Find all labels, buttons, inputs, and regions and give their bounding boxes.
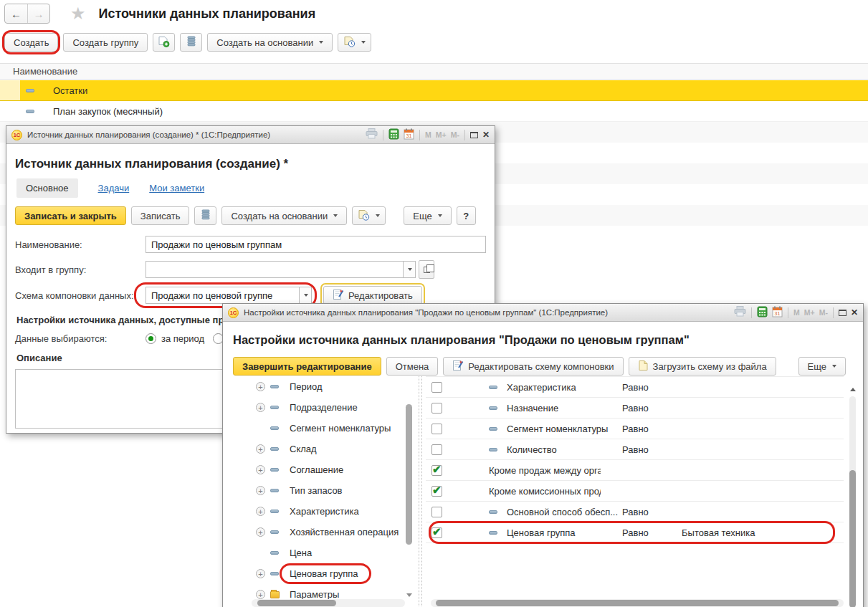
tab[interactable]: Задачи [98, 183, 130, 193]
edit-composition-schema-button[interactable]: Редактировать схему компоновки [443, 357, 623, 376]
scroll-up-arrow[interactable] [850, 388, 856, 391]
close-icon[interactable]: ✕ [851, 307, 858, 317]
tree-item[interactable]: Тип запасов [229, 480, 405, 501]
checkbox[interactable] [431, 527, 442, 538]
save-and-close-button[interactable]: Записать и закрыть [15, 206, 126, 225]
tree-vertical-scrollbar [404, 376, 414, 599]
back-button[interactable]: ← [5, 4, 27, 23]
filter-row[interactable]: Кроме продаж между организациями [426, 460, 844, 481]
create-group-label: Создать группу [72, 37, 138, 48]
tab[interactable]: Мои заметки [149, 183, 204, 193]
maximize-icon[interactable] [839, 310, 846, 316]
load-schema-from-file-button[interactable]: Загрузить схему из файла [629, 357, 776, 376]
checkbox[interactable] [431, 507, 442, 517]
create-based-on-button[interactable]: Создать на основании [207, 33, 333, 52]
dialog1-heading: Источник данных планирования (создание) … [15, 157, 486, 171]
scrollbar-thumb[interactable] [436, 600, 839, 606]
tree-item[interactable]: Ценовая группа [229, 563, 405, 584]
dash-icon [270, 426, 279, 430]
filter-value: Бытовая техника [682, 527, 755, 538]
filters-vertical-scrollbar [848, 376, 857, 607]
forward-button[interactable]: → [27, 4, 49, 23]
maximize-icon[interactable] [470, 132, 478, 138]
list-settings-button[interactable] [194, 206, 216, 225]
group-field[interactable] [146, 261, 416, 278]
checkbox[interactable] [431, 382, 442, 393]
expand-plus-icon[interactable] [256, 590, 265, 599]
tree-item[interactable]: Подразделение [229, 397, 405, 418]
copy-item-button[interactable] [153, 33, 175, 52]
filter-row[interactable]: Основной способ обесп... Равно [426, 502, 844, 522]
checkbox[interactable] [431, 424, 442, 434]
table-row[interactable]: Остатки [0, 80, 868, 101]
dash-icon [489, 427, 497, 431]
filter-condition: Равно [622, 424, 649, 434]
filter-row[interactable]: Сегмент номенклатуры Равно [426, 419, 844, 439]
open-list-button[interactable] [419, 260, 434, 279]
expand-plus-icon[interactable] [256, 507, 265, 516]
filter-row[interactable]: Количество Равно [426, 439, 844, 460]
checkbox[interactable] [431, 486, 442, 497]
dropdown-button[interactable] [299, 287, 311, 303]
history-menu-button[interactable] [352, 206, 386, 225]
dropdown-button[interactable] [403, 262, 415, 277]
create-based-on-button[interactable]: Создать на основании [221, 206, 347, 225]
tab[interactable]: Основное [16, 178, 78, 198]
tree-item[interactable]: Параметры [229, 584, 405, 599]
tree-item[interactable]: Характеристика [229, 501, 405, 522]
expand-plus-icon[interactable] [256, 465, 265, 474]
radio-period[interactable] [146, 333, 156, 344]
history-menu-button[interactable] [338, 33, 371, 52]
save-button[interactable]: Записать [131, 206, 190, 225]
edit-schema-button[interactable]: Редактировать [323, 286, 422, 305]
filter-label: Кроме комиссионных продаж [489, 486, 601, 497]
calendar-icon[interactable]: 31 [404, 128, 414, 142]
list-column-header[interactable]: Наименование [0, 63, 868, 80]
tree-item[interactable]: Сегмент номенклатуры [229, 418, 405, 439]
expand-plus-icon[interactable] [256, 527, 265, 537]
finish-editing-button[interactable]: Завершить редактирование [233, 357, 381, 376]
tree-item[interactable]: Цена [229, 543, 405, 563]
filter-row[interactable]: Назначение Равно [426, 398, 844, 419]
edit-wand-icon [452, 360, 464, 373]
tree-item[interactable]: Период [229, 376, 405, 397]
expand-plus-icon[interactable] [256, 382, 265, 391]
favorite-star-icon[interactable]: ★ [70, 5, 86, 22]
scroll-down-arrow[interactable] [406, 593, 412, 597]
tree-item[interactable]: Склад [229, 439, 405, 459]
create-button[interactable]: Создать [4, 33, 58, 52]
tree-item[interactable]: Соглашение [229, 459, 405, 480]
scrollbar-thumb[interactable] [257, 600, 336, 606]
expand-plus-icon[interactable] [256, 403, 265, 412]
name-field[interactable]: Продажи по ценовым группам [146, 236, 486, 253]
calendar-icon[interactable]: 31 [772, 306, 783, 320]
expand-plus-icon[interactable] [256, 444, 265, 454]
table-row[interactable]: План закупок (месячный) [0, 101, 868, 122]
help-button[interactable]: ? [457, 206, 476, 225]
more-button[interactable]: Еще [798, 357, 846, 376]
calculator-icon[interactable] [757, 306, 768, 320]
scrollbar-thumb[interactable] [849, 470, 856, 607]
save-and-close-label: Записать и закрыть [24, 211, 117, 221]
close-icon[interactable]: ✕ [482, 130, 490, 140]
tree-item-label: Характеристика [290, 506, 359, 517]
1c-app-icon: 1С [11, 130, 22, 140]
tree-item[interactable]: Хозяйственная операция [229, 522, 405, 543]
expand-plus-icon[interactable] [256, 569, 265, 578]
expand-plus-icon[interactable] [256, 486, 265, 495]
create-group-button[interactable]: Создать группу [63, 33, 148, 52]
filter-row[interactable]: Ценовая группа Равно Бытовая техника [426, 522, 844, 543]
filter-row[interactable]: Характеристика Равно [426, 377, 844, 398]
page-title: Источники данных планирования [99, 6, 316, 21]
schema-field[interactable]: Продажи по ценовой группе [146, 287, 312, 304]
list-settings-button[interactable] [180, 33, 202, 52]
checkbox[interactable] [431, 403, 442, 414]
create-based-on-label: Создать на основании [231, 211, 328, 221]
checkbox[interactable] [431, 465, 442, 476]
filter-row[interactable]: Кроме комиссионных продаж [426, 481, 844, 502]
checkbox[interactable] [431, 444, 442, 455]
scrollbar-thumb[interactable] [406, 404, 412, 545]
more-button[interactable]: Еще [404, 206, 451, 225]
calculator-icon[interactable] [388, 128, 399, 142]
cancel-button[interactable]: Отмена [386, 357, 439, 376]
